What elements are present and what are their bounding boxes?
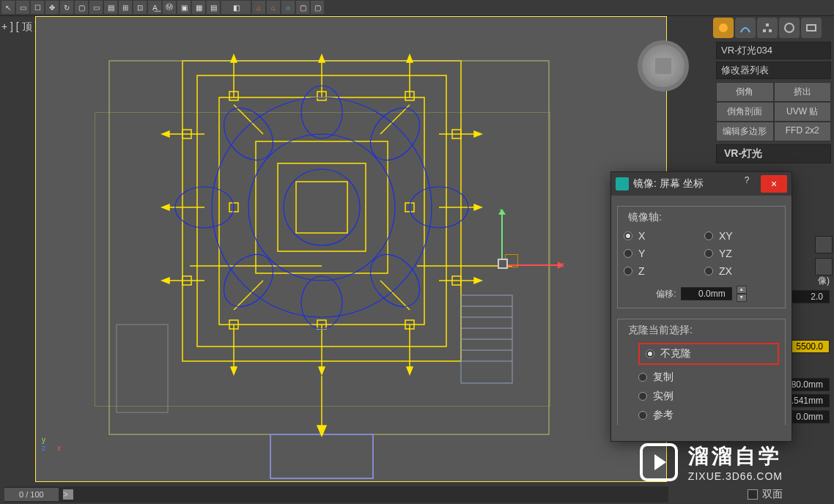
svg-marker-34 bbox=[474, 278, 481, 284]
tab-modify[interactable] bbox=[735, 18, 756, 38]
tool-icon[interactable]: ✥ bbox=[45, 1, 59, 14]
svg-marker-22 bbox=[407, 367, 413, 374]
tool-icon[interactable]: ▭ bbox=[16, 1, 29, 14]
radio-axis-yz[interactable]: YZ bbox=[704, 248, 779, 259]
svg-point-71 bbox=[719, 23, 728, 32]
viewport-top-wireframe[interactable]: x z y z x bbox=[35, 16, 667, 482]
radio-axis-zx[interactable]: ZX bbox=[704, 265, 779, 277]
svg-rect-8 bbox=[270, 434, 373, 478]
tool-icon[interactable]: ↻ bbox=[60, 1, 73, 14]
viewcube-face[interactable] bbox=[654, 56, 673, 75]
radio-axis-z[interactable]: Z bbox=[624, 265, 698, 277]
play-icon bbox=[640, 443, 678, 481]
watermark-url: ZIXUE.3D66.COM bbox=[688, 470, 783, 482]
svg-rect-73 bbox=[763, 29, 766, 32]
modifier-button[interactable]: 编辑多边形 bbox=[716, 122, 774, 141]
spinner-arrows[interactable]: ▲▼ bbox=[737, 286, 747, 302]
param-spinner[interactable]: 5500.0 bbox=[786, 340, 830, 353]
tool-icon[interactable]: ☐ bbox=[31, 1, 44, 14]
tool-icon[interactable]: ↖ bbox=[1, 1, 15, 14]
svg-marker-18 bbox=[319, 367, 325, 374]
tool-icon[interactable]: A͟ bbox=[148, 1, 161, 14]
svg-point-55 bbox=[284, 169, 360, 245]
svg-marker-26 bbox=[474, 131, 481, 137]
svg-rect-0 bbox=[182, 61, 461, 361]
modifier-button[interactable]: 倒角剖面 bbox=[716, 102, 774, 122]
tool-icon[interactable]: ▢ bbox=[296, 1, 309, 14]
svg-marker-20 bbox=[231, 367, 237, 374]
param-spinner[interactable]: 0.0mm bbox=[786, 410, 830, 423]
tool-icon[interactable]: ▢ bbox=[75, 1, 88, 14]
modifier-button[interactable]: FFD 2x2 bbox=[774, 122, 832, 141]
stack-tool-icon[interactable] bbox=[815, 236, 833, 253]
main-toolbar: ↖ ▭ ☐ ✥ ↻ ▢ ▭ ▤ ⊞ ⊡ A͟ Ⓜ ▣ ▦ ▤ ◧ ⌂ ⌂ ☼ ▢… bbox=[0, 0, 834, 16]
stack-tool-icon[interactable] bbox=[815, 258, 833, 275]
viewcube[interactable] bbox=[638, 40, 689, 92]
tool-icon[interactable]: ▣ bbox=[177, 1, 191, 14]
radio-clone-copy[interactable]: 复制 bbox=[638, 371, 779, 384]
tool-icon[interactable]: ▤ bbox=[104, 1, 117, 14]
svg-marker-14 bbox=[231, 55, 237, 62]
svg-point-75 bbox=[785, 23, 794, 32]
tool-icon[interactable]: ▢ bbox=[311, 1, 324, 14]
tab-motion[interactable] bbox=[779, 18, 800, 38]
clone-group: 克隆当前选择: 不克隆 复制 实例 参考 bbox=[617, 319, 786, 425]
dialog-titlebar[interactable]: 镜像: 屏幕 坐标 ? × bbox=[611, 172, 791, 196]
object-name-field[interactable]: VR-灯光034 bbox=[716, 42, 831, 59]
watermark-text: 溜溜自学 bbox=[688, 442, 783, 470]
svg-rect-72 bbox=[766, 23, 769, 26]
svg-marker-24 bbox=[162, 131, 169, 137]
param-label: 像) bbox=[818, 275, 830, 287]
tab-hierarchy[interactable] bbox=[757, 18, 778, 38]
svg-point-53 bbox=[212, 97, 432, 317]
tool-icon[interactable]: Ⓜ bbox=[163, 1, 176, 14]
double-sided-checkbox[interactable]: 双面 bbox=[748, 488, 783, 501]
modifier-stack-item[interactable]: VR-灯光 bbox=[716, 144, 831, 163]
svg-rect-76 bbox=[807, 25, 816, 31]
tab-display[interactable] bbox=[801, 18, 822, 38]
svg-marker-32 bbox=[162, 278, 169, 284]
time-slider[interactable]: 0 / 100 > bbox=[4, 486, 668, 503]
tool-icon[interactable]: ⌂ bbox=[252, 1, 265, 14]
group-label: 镜像轴: bbox=[625, 211, 665, 224]
radio-axis-y[interactable]: Y bbox=[624, 248, 698, 259]
radio-clone-reference[interactable]: 参考 bbox=[638, 409, 779, 422]
help-button[interactable]: ? bbox=[737, 175, 756, 193]
modifier-button[interactable]: 挤出 bbox=[774, 82, 832, 102]
svg-marker-12 bbox=[319, 55, 325, 62]
tool-icon[interactable]: ◧ bbox=[221, 1, 251, 14]
radio-clone-none[interactable]: 不克隆 bbox=[646, 347, 691, 360]
frame-readout: 0 / 100 bbox=[4, 488, 59, 501]
radio-axis-x[interactable]: X bbox=[624, 230, 698, 242]
offset-spinner[interactable]: 0.0mm bbox=[681, 287, 732, 300]
svg-point-63 bbox=[301, 276, 342, 329]
tab-create[interactable] bbox=[713, 18, 734, 38]
mirror-axis-group: 镜像轴: X XY Y YZ Z ZX 偏移: 0.0mm ▲▼ bbox=[617, 206, 786, 308]
modifier-button[interactable]: UVW 贴 bbox=[774, 102, 832, 122]
param-spinner[interactable]: 2.0 bbox=[786, 290, 830, 303]
svg-rect-7 bbox=[117, 325, 168, 412]
slider-thumb[interactable]: > bbox=[63, 489, 73, 500]
svg-rect-74 bbox=[769, 29, 772, 32]
tool-icon[interactable]: ⌂ bbox=[267, 1, 280, 14]
modifier-button[interactable]: 倒角 bbox=[716, 82, 774, 102]
tool-icon[interactable]: ▦ bbox=[192, 1, 205, 14]
radio-axis-xy[interactable]: XY bbox=[704, 230, 779, 242]
svg-marker-30 bbox=[474, 204, 481, 210]
tool-icon[interactable]: ☼ bbox=[281, 1, 295, 14]
dialog-title-text: 镜像: 屏幕 坐标 bbox=[633, 177, 733, 190]
svg-rect-4 bbox=[278, 163, 366, 251]
tool-icon[interactable]: ⊞ bbox=[119, 1, 132, 14]
tool-icon[interactable]: ▤ bbox=[207, 1, 220, 14]
close-button[interactable]: × bbox=[761, 175, 787, 193]
group-label: 克隆当前选择: bbox=[625, 324, 695, 337]
app-icon bbox=[616, 177, 629, 190]
highlight-box: 不克隆 bbox=[638, 343, 779, 365]
watermark: 溜溜自学 ZIXUE.3D66.COM bbox=[640, 442, 783, 482]
modifier-list-dropdown[interactable]: 修改器列表 bbox=[716, 62, 831, 79]
radio-clone-instance[interactable]: 实例 bbox=[638, 390, 779, 403]
tool-icon[interactable]: ▭ bbox=[89, 1, 103, 14]
tool-icon[interactable]: ⊡ bbox=[133, 1, 147, 14]
mirror-dialog: 镜像: 屏幕 坐标 ? × 镜像轴: X XY Y YZ Z ZX 偏移: 0.… bbox=[610, 171, 792, 442]
offset-label: 偏移: bbox=[656, 288, 676, 300]
